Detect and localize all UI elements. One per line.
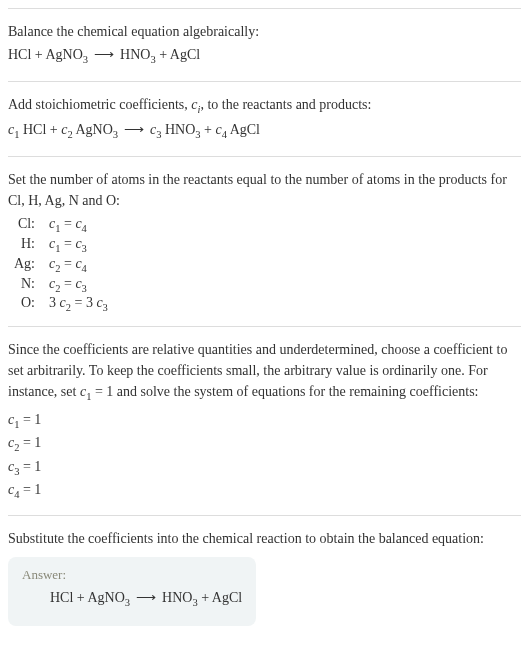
eq: = — [71, 295, 86, 310]
intro-text: Add stoichiometric coefficients, ci, to … — [8, 94, 521, 118]
arrow-icon: ⟶ — [88, 47, 120, 62]
intro-text: Balance the chemical equation algebraica… — [8, 21, 521, 42]
intro-text: Set the number of atoms in the reactants… — [8, 169, 521, 211]
v: = 1 — [19, 459, 41, 474]
element-label: N: — [8, 275, 43, 295]
arrow-icon: ⟶ — [118, 122, 150, 137]
intro-text: Substitute the coefficients into the che… — [8, 528, 521, 549]
intro-text: Since the coefficients are relative quan… — [8, 339, 521, 405]
r1: HCl — [19, 122, 46, 137]
answer-label: Answer: — [22, 567, 242, 583]
table-row: Ag: c2 = c4 — [8, 255, 114, 275]
unbalanced-equation: HCl + AgNO3⟶HNO3 + AgCl — [8, 46, 521, 65]
reactant-agno3-base: AgNO — [45, 47, 82, 62]
equation-cell: c2 = c4 — [43, 255, 114, 275]
eq: = — [60, 276, 75, 291]
s: 4 — [82, 263, 87, 274]
list-item: c3 = 1 — [8, 456, 521, 480]
stoich-equation: c1 HCl + c2 AgNO3⟶c3 HNO3 + c4 AgCl — [8, 121, 521, 140]
section-solve: Since the coefficients are relative quan… — [8, 326, 521, 515]
text-part: , to the reactants and products: — [200, 97, 371, 112]
equation-cell: c1 = c3 — [43, 235, 114, 255]
section-atom-balance: Set the number of atoms in the reactants… — [8, 156, 521, 326]
s: 3 — [82, 243, 87, 254]
table-row: Cl: c1 = c4 — [8, 215, 114, 235]
equation-cell: c1 = c4 — [43, 215, 114, 235]
product-agcl: AgCl — [170, 47, 200, 62]
atoms-table: Cl: c1 = c4 H: c1 = c3 Ag: c2 = c4 N: c2… — [8, 215, 114, 314]
table-row: O: 3 c2 = 3 c3 — [8, 294, 114, 314]
section-balance-intro: Balance the chemical equation algebraica… — [8, 8, 521, 81]
element-label: H: — [8, 235, 43, 255]
table-row: N: c2 = c3 — [8, 275, 114, 295]
equation-cell: c2 = c3 — [43, 275, 114, 295]
plus: + — [46, 122, 61, 137]
coef: 3 — [49, 295, 60, 310]
text-part: Add stoichiometric coefficients, — [8, 97, 191, 112]
s: 3 — [82, 282, 87, 293]
coefficient-list: c1 = 1 c2 = 1 c3 = 1 c4 = 1 — [8, 409, 521, 503]
plus: + — [73, 590, 87, 605]
element-label: Ag: — [8, 255, 43, 275]
list-item: c2 = 1 — [8, 432, 521, 456]
element-label: Cl: — [8, 215, 43, 235]
v: = 1 — [19, 412, 41, 427]
coef: 3 — [86, 295, 97, 310]
product-hno3-base: HNO — [120, 47, 150, 62]
equation-cell: 3 c2 = 3 c3 — [43, 294, 114, 314]
list-item: c4 = 1 — [8, 479, 521, 503]
plus: + — [198, 590, 212, 605]
balanced-equation: HCl + AgNO3⟶HNO3 + AgCl — [22, 589, 242, 608]
plus: + — [201, 122, 216, 137]
reactant-hcl: HCl — [8, 47, 31, 62]
plus: + — [156, 47, 170, 62]
arrow-icon: ⟶ — [130, 590, 162, 605]
text-part: and solve the system of equations for th… — [113, 384, 478, 399]
p1a: HNO — [161, 122, 195, 137]
element-label: O: — [8, 294, 43, 314]
reactant-hcl: HCl — [50, 590, 73, 605]
p2: AgCl — [227, 122, 260, 137]
eq: = — [60, 256, 75, 271]
eq: = 1 — [91, 384, 113, 399]
table-row: H: c1 = c3 — [8, 235, 114, 255]
v: = 1 — [19, 482, 41, 497]
answer-box: Answer: HCl + AgNO3⟶HNO3 + AgCl — [8, 557, 256, 626]
product-hno3-base: HNO — [162, 590, 192, 605]
reactant-agno3-base: AgNO — [87, 590, 124, 605]
plus: + — [31, 47, 45, 62]
eq: = — [60, 216, 75, 231]
section-add-coefficients: Add stoichiometric coefficients, ci, to … — [8, 81, 521, 156]
eq: = — [60, 236, 75, 251]
section-answer: Substitute the coefficients into the che… — [8, 515, 521, 638]
product-agcl: AgCl — [212, 590, 242, 605]
r2a: AgNO — [73, 122, 113, 137]
v: = 1 — [19, 435, 41, 450]
s: 3 — [103, 302, 108, 313]
list-item: c1 = 1 — [8, 409, 521, 433]
s: 4 — [82, 223, 87, 234]
